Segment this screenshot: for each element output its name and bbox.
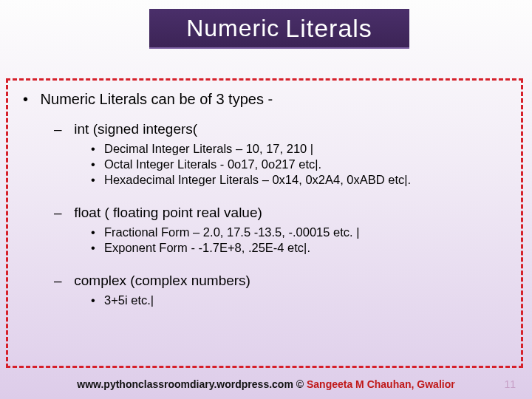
bullet-icon: •	[91, 225, 104, 239]
dash-icon: –	[54, 273, 70, 289]
bullet-icon: •	[23, 91, 36, 108]
dash-icon: –	[54, 205, 70, 221]
float-item-1: •Exponent Form - -1.7E+8, .25E-4 etc|.	[91, 241, 506, 255]
bullet-icon: •	[91, 241, 104, 255]
type-float-label: float ( floating point real value)	[74, 205, 262, 220]
type-complex: – complex (complex numbers)	[54, 273, 506, 289]
complex-item-0-text: 3+5i etc.|	[104, 293, 154, 307]
footer: www.pythonclassroomdiary.wordpress.com ©…	[0, 378, 532, 390]
complex-item-0: •3+5i etc.|	[91, 293, 506, 307]
slide-title: Numeric Literals	[149, 9, 409, 49]
footer-sep: ©	[293, 378, 307, 390]
type-int: – int (signed integers(	[54, 121, 506, 137]
float-item-1-text: Exponent Form - -1.7E+8, .25E-4 etc|.	[104, 241, 310, 254]
float-item-0: •Fractional Form – 2.0, 17.5 -13.5, -.00…	[91, 225, 506, 239]
int-item-2-text: Hexadecimal Integer Literals – 0x14, 0x2…	[104, 173, 411, 186]
title-word-2: Literals	[285, 14, 372, 43]
float-item-0-text: Fractional Form – 2.0, 17.5 -13.5, -.000…	[104, 225, 359, 239]
bullet-icon: •	[91, 157, 104, 171]
type-float: – float ( floating point real value)	[54, 205, 506, 221]
page-number: 11	[504, 378, 516, 390]
footer-url: www.pythonclassroomdiary.wordpress.com	[77, 378, 293, 390]
int-item-0: •Decimal Integer Literals – 10, 17, 210 …	[91, 142, 506, 156]
bullet-icon: •	[91, 293, 104, 307]
int-item-2: •Hexadecimal Integer Literals – 0x14, 0x…	[91, 173, 506, 187]
content-box: • Numeric Literals can be of 3 types - –…	[6, 78, 523, 368]
intro-line: • Numeric Literals can be of 3 types -	[23, 91, 506, 108]
int-item-1-text: Octal Integer Literals - 0o17, 0o217 etc…	[104, 157, 321, 171]
type-complex-label: complex (complex numbers)	[74, 273, 250, 288]
bullet-icon: •	[91, 142, 104, 156]
int-item-1: •Octal Integer Literals - 0o17, 0o217 et…	[91, 157, 506, 171]
int-item-0-text: Decimal Integer Literals – 10, 17, 210 |	[104, 142, 313, 155]
bullet-icon: •	[91, 173, 104, 187]
title-word-1: Numeric	[186, 15, 279, 42]
dash-icon: –	[54, 121, 70, 137]
type-int-label: int (signed integers(	[74, 121, 197, 137]
intro-text: Numeric Literals can be of 3 types -	[41, 91, 273, 107]
footer-author: Sangeeta M Chauhan, Gwalior	[307, 378, 455, 390]
